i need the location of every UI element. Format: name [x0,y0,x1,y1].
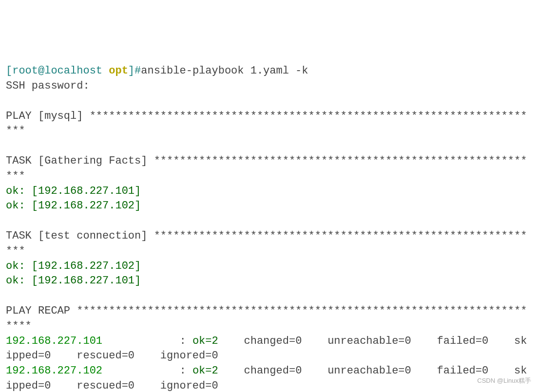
task-result-ok: ok: [192.168.227.102] [6,260,141,272]
prompt-cwd: opt [109,65,128,77]
task-gathering-label: TASK [Gathering Facts] [6,155,154,167]
recap-host-ip: 192.168.227.101 [6,335,102,347]
terminal-output: [root@localhost opt]#ansible-playbook 1.… [6,64,532,392]
play-recap-header: PLAY RECAP *****************************… [6,305,527,332]
recap-sep: : [102,335,192,347]
recap-ok-count: ok=2 [192,365,237,377]
recap-host-ip: 192.168.227.102 [6,365,102,377]
prompt-bracket-open: [ [6,65,12,77]
task-gathering-header: TASK [Gathering Facts] *****************… [6,155,527,182]
task-result-ok: ok: [192.168.227.102] [6,200,141,212]
recap-line: 192.168.227.101 : ok=2 changed=0 unreach… [6,335,527,362]
prompt-hash: # [134,65,141,77]
ssh-password-prompt[interactable]: SSH password: [6,80,90,92]
prompt-user-host: root@localhost [12,65,102,77]
task-result-ok: ok: [192.168.227.101] [6,185,141,197]
task-test-label: TASK [test connection] [6,230,154,242]
task-test-header: TASK [test connection] *****************… [6,230,527,257]
recap-stars: ****************************************… [6,305,527,332]
play-label: PLAY [mysql] [6,110,90,122]
recap-line: 192.168.227.102 : ok=2 changed=0 unreach… [6,365,527,392]
task-result-ok: ok: [192.168.227.101] [6,275,141,287]
watermark-text: CSDN @Linux糕手 [477,376,531,385]
command-text: ansible-playbook 1.yaml -k [141,65,308,77]
play-header: PLAY [mysql] ***************************… [6,110,527,137]
recap-label: PLAY RECAP [6,305,77,317]
prompt-line[interactable]: [root@localhost opt]#ansible-playbook 1.… [6,65,308,77]
recap-ok-count: ok=2 [192,335,237,347]
recap-sep: : [102,365,192,377]
prompt-bracket-close: ] [128,65,134,77]
